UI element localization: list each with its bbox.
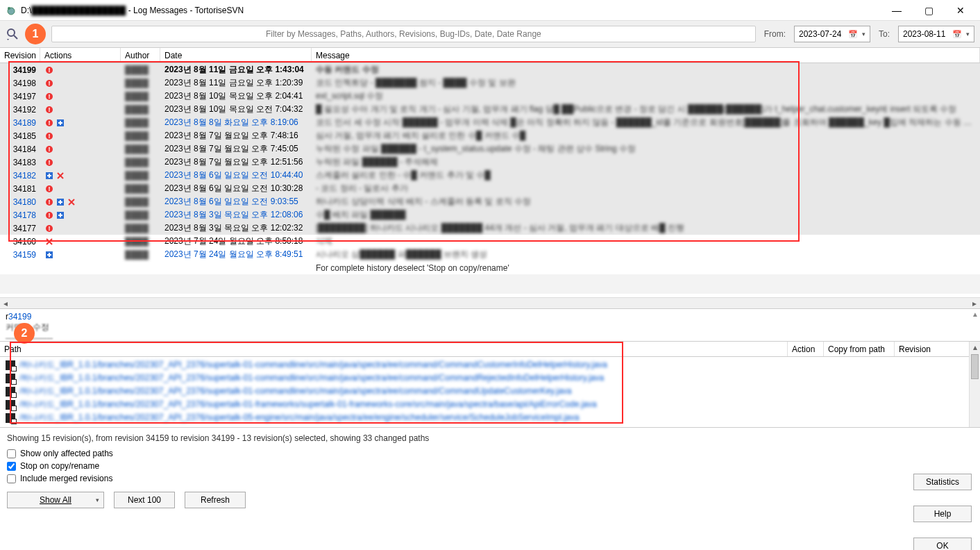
scroll-thumb[interactable]: [971, 354, 979, 379]
svg-text:!: !: [49, 225, 51, 232]
col-copyfrom[interactable]: Copy from path: [824, 342, 895, 356]
path-rows[interactable]: /하나카드_IBR_1.0.1/branches/202307_API_2376…: [0, 357, 980, 426]
filter-input[interactable]: Filter by Messages, Paths, Authors, Revi…: [51, 26, 756, 42]
log-grid-header: Revision Actions Author Date Message: [0, 48, 980, 63]
window-title: D:\████████████████ - Log Messages - Tor…: [21, 6, 887, 15]
log-rows[interactable]: 34199!████2023년 8월 11일 금요일 오후 1:43:04수동 …: [0, 63, 980, 294]
log-row[interactable]: 34178!████2023년 8월 3일 목요일 오후 12:08:06수█ …: [0, 208, 980, 222]
statistics-button[interactable]: Statistics: [913, 474, 972, 490]
file-icon: [6, 400, 15, 410]
log-row[interactable]: 34198!████2023년 8월 11일 금요일 오후 1:20:39코드 …: [0, 76, 980, 90]
annotation-badge-2: 2: [14, 323, 35, 344]
log-row[interactable]: 34182████2023년 8월 6일 일요일 오전 10:44:40스케줄러…: [0, 169, 980, 182]
path-row[interactable]: /하나카드_IBR_1.0.1/branches/202307_API_2376…: [6, 385, 974, 398]
log-row[interactable]: 34184!████2023년 8월 7일 월요일 오후 7:45:05누락된 …: [0, 142, 980, 156]
annotation-badge-1: 1: [25, 24, 46, 44]
h-scrollbar[interactable]: ◂ ▸: [0, 297, 980, 308]
message-panel: r34199 커맨드 수정 ──────── 2 ▲: [0, 308, 980, 342]
svg-line-3: [14, 35, 17, 39]
svg-marker-4: [7, 39, 9, 40]
col-author[interactable]: Author: [121, 48, 160, 62]
to-date-picker[interactable]: 2023-08-11📅▾: [898, 26, 974, 42]
maximize-button[interactable]: ▢: [919, 5, 938, 16]
log-row[interactable]: 34180!████2023년 8월 6일 일요일 오전 9:03:55하나카드…: [0, 195, 980, 208]
close-button[interactable]: ✕: [951, 5, 970, 16]
calendar-icon: 📅: [848, 30, 858, 39]
col-date[interactable]: Date: [160, 48, 312, 62]
svg-text:!: !: [49, 80, 51, 87]
col-path[interactable]: Path: [0, 342, 788, 356]
svg-point-2: [8, 29, 15, 36]
file-icon: [6, 374, 15, 383]
log-row[interactable]: 34185!████2023년 8월 7일 월요일 오후 7:48:16심사 거…: [0, 129, 980, 142]
show-all-button[interactable]: Show All▾: [7, 492, 104, 508]
scroll-up-icon[interactable]: ▲: [972, 310, 979, 318]
col-message[interactable]: Message: [312, 48, 980, 62]
scroll-up-icon[interactable]: ▴: [970, 342, 980, 353]
log-row[interactable]: 34183!████2023년 8월 7일 월요일 오후 12:51:56누락된…: [0, 156, 980, 169]
ok-button[interactable]: OK: [913, 538, 972, 550]
svg-text:!: !: [49, 199, 51, 206]
path-panel: Path Action Copy from path Revision /하나카…: [0, 342, 980, 428]
log-row[interactable]: 34197!████2023년 8월 10일 목요일 오후 2:04:41ext…: [0, 90, 980, 103]
col-action[interactable]: Action: [788, 342, 824, 356]
col-revision[interactable]: Revision: [0, 48, 40, 62]
path-row[interactable]: /하나카드_IBR_1.0.1/branches/202307_API_2376…: [6, 411, 974, 424]
options: Show only affected paths Stop on copy/re…: [0, 449, 980, 486]
file-icon: [6, 413, 15, 423]
toolbar: 1 Filter by Messages, Paths, Authors, Re…: [0, 21, 980, 47]
svg-text:!: !: [49, 119, 51, 126]
search-icon[interactable]: [6, 27, 19, 41]
svg-text:!: !: [49, 185, 51, 192]
path-row[interactable]: /하나카드_IBR_1.0.1/branches/202307_API_2376…: [6, 358, 974, 372]
scroll-right-icon[interactable]: ▸: [969, 299, 980, 308]
chevron-down-icon: ▾: [862, 31, 865, 38]
titlebar: D:\████████████████ - Log Messages - Tor…: [0, 0, 980, 21]
path-row[interactable]: /하나카드_IBR_1.0.1/branches/202307_API_2376…: [6, 372, 974, 385]
svg-text:!: !: [49, 133, 51, 140]
log-row[interactable]: 34192!████2023년 8월 10일 목요일 오전 7:04:32█ 필…: [0, 103, 980, 116]
file-icon: [6, 387, 15, 397]
opt-affected-paths[interactable]: Show only affected paths: [7, 449, 973, 458]
scroll-left-icon[interactable]: ◂: [0, 299, 11, 308]
svg-text:!: !: [49, 93, 51, 100]
svg-text:!: !: [49, 146, 51, 153]
to-label: To:: [879, 29, 890, 39]
svg-text:!: !: [49, 106, 51, 113]
log-grid: Revision Actions Author Date Message 341…: [0, 47, 980, 308]
refresh-button[interactable]: Refresh: [185, 492, 246, 508]
chevron-down-icon: ▾: [96, 497, 99, 503]
from-date-picker[interactable]: 2023-07-24📅▾: [794, 26, 870, 42]
next-100-button[interactable]: Next 100: [114, 492, 175, 508]
col-path-revision[interactable]: Revision: [895, 342, 980, 356]
help-button[interactable]: Help: [913, 506, 972, 522]
svg-text:!: !: [49, 212, 51, 219]
log-row[interactable]: 34177!████2023년 8월 3일 목요일 오후 12:02:32[██…: [0, 222, 980, 235]
log-row[interactable]: 34160████2023년 7월 24일 월요일 오후 8:50:18삭제: [0, 235, 980, 248]
minimize-button[interactable]: —: [887, 5, 906, 16]
svg-text:!: !: [49, 159, 51, 166]
file-icon: [6, 360, 15, 370]
path-row[interactable]: /하나카드_IBR_1.0.1/branches/202307_API_2376…: [6, 398, 974, 411]
tortoisesvn-icon: [6, 5, 17, 16]
svg-point-1: [8, 7, 10, 10]
status-line: Showing 15 revision(s), from revision 34…: [0, 428, 980, 449]
svg-text:!: !: [49, 67, 51, 74]
opt-include-merged[interactable]: Include merged revisions: [7, 474, 973, 483]
v-scrollbar[interactable]: ▴: [969, 342, 980, 427]
log-row[interactable]: 34189!████2023년 8월 8일 화요일 오후 8:19:06코드 인…: [0, 116, 980, 129]
from-label: From:: [764, 29, 786, 39]
log-row[interactable]: 34181!████2023년 8월 6일 일요일 오전 10:30:28- 코…: [0, 182, 980, 195]
log-row[interactable]: 34159████2023년 7월 24일 월요일 오후 8:49:51시나리오…: [0, 248, 980, 261]
col-actions[interactable]: Actions: [40, 48, 121, 62]
calendar-icon: 📅: [952, 30, 962, 39]
chevron-down-icon: ▾: [966, 31, 970, 38]
opt-stop-on-copy[interactable]: Stop on copy/rename: [7, 461, 973, 471]
log-row[interactable]: 34199!████2023년 8월 11일 금요일 오후 1:43:04수동 …: [0, 63, 980, 76]
